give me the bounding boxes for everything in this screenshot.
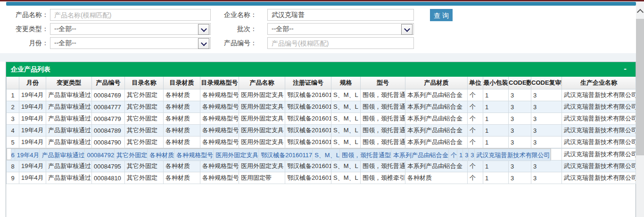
table-cell: 1 xyxy=(483,101,509,113)
column-header: 产品编号 xyxy=(92,77,125,89)
table-cell: 3 xyxy=(509,113,531,125)
table-cell: 00084769 xyxy=(92,89,125,101)
table-cell: 个 xyxy=(468,172,483,184)
table-cell: 鄂汉械备20160117 xyxy=(285,161,331,172)
table-cell: 00084810 xyxy=(92,172,125,184)
table-cell: 1 xyxy=(483,172,509,184)
table-cell: 鄂汉械备20160117 xyxy=(285,137,331,148)
table-cell: 00084777 xyxy=(92,101,125,113)
table-cell: 鄂汉械备20160117 xyxy=(285,125,331,137)
table-cell: 4 xyxy=(7,125,19,137)
table-cell: 6 xyxy=(11,149,15,161)
table-cell: 武汉克瑞普新技术有限公司 xyxy=(474,149,550,161)
table-cell: 围领，颈托普通型 xyxy=(361,125,405,137)
table-cell: 各种材质 xyxy=(164,137,200,148)
table-cell: 9 xyxy=(7,172,19,184)
table-row[interactable]: 219年4月产品新审核通过00084777其它外固定各种材质各种规格型号医用外固… xyxy=(7,101,636,113)
table-cell: 1 xyxy=(483,161,509,172)
search-button[interactable]: 查 询 xyxy=(430,9,453,21)
table-cell: 本系列产品由铝合金 xyxy=(405,161,468,172)
table-cell: 鄂汉械备20160117 xyxy=(285,89,331,101)
table-cell: 19年4月 xyxy=(19,125,46,137)
table-cell: 3 xyxy=(531,89,562,101)
table-cell: 个 xyxy=(468,137,483,148)
table-cell: 围领，颈托普通型 xyxy=(361,89,405,101)
change-type-label: 变更类型： xyxy=(0,23,49,35)
table-cell: 鄂汉械备20160117 xyxy=(285,113,331,125)
chevron-down-icon[interactable] xyxy=(401,24,413,35)
batch-value: --全部-- xyxy=(272,25,294,32)
table-cell: 个 xyxy=(468,101,483,113)
collapse-panel-button[interactable]: - xyxy=(620,62,630,77)
table-row[interactable]: 619年4月产品新审核通过00084792其它外固定各种材质各种规格型号医用外固… xyxy=(7,148,551,160)
table-cell: 医用固定带 xyxy=(239,172,285,184)
table-cell: 鄂汉械备20160117 xyxy=(285,101,331,113)
batch-select[interactable]: --全部-- xyxy=(267,23,414,35)
table-cell: 各种材质 xyxy=(164,161,200,172)
table-cell: 武汉克瑞普新技术有限公司 xyxy=(562,101,636,113)
table-cell: 19年4月 xyxy=(19,113,46,125)
column-header: 产品材质 xyxy=(405,77,468,89)
table-row[interactable]: 819年4月产品新审核通过00084795其它外固定各种材质各种规格型号医用外固… xyxy=(7,161,636,172)
table-cell: S、M、L xyxy=(331,89,361,101)
table-cell: 3 xyxy=(509,89,531,101)
table-cell: 医用外固定支具 xyxy=(239,89,285,101)
table-row[interactable]: 519年4月产品新审核通过00084790其它外固定各种材质各种规格型号医用外固… xyxy=(7,137,636,148)
table-cell: 各种材质 xyxy=(164,172,200,184)
table-cell: S、M、L xyxy=(331,137,361,148)
table-row[interactable]: 319年4月产品新审核通过00084779其它外固定各种材质各种规格型号医用外固… xyxy=(7,113,636,125)
column-header: 目录名称 xyxy=(125,77,164,89)
table-cell: S、M、L xyxy=(331,101,361,113)
table-cell: 各种规格型号 xyxy=(200,172,239,184)
table-cell: 各种材质 xyxy=(164,101,200,113)
table-cell: 各种材质 xyxy=(164,125,200,137)
table-cell: 3 xyxy=(531,125,562,137)
table-cell: 00084790 xyxy=(92,137,125,148)
table-cell: 3 xyxy=(531,161,562,172)
table-cell: 个 xyxy=(468,161,483,172)
table-body: 119年4月产品新审核通过00084769其它外固定各种材质各种规格型号医用外固… xyxy=(7,89,636,184)
change-type-select[interactable]: --全部-- xyxy=(50,23,211,35)
table-cell: S、M、L xyxy=(331,172,361,184)
table-cell: 本系列产品由铝合金 xyxy=(391,149,448,161)
table-cell: 各种规格型号 xyxy=(174,149,214,161)
product-name-input[interactable] xyxy=(50,9,211,21)
table-cell: 5 xyxy=(7,137,19,148)
column-header: 月份 xyxy=(19,77,46,89)
product-code-input[interactable] xyxy=(267,37,414,49)
table-cell: 3 xyxy=(7,113,19,125)
table-cell: 各种规格型号 xyxy=(200,137,239,148)
vertical-scrollbar-thumb[interactable] xyxy=(636,19,644,155)
table-cell: 本系列产品由铝合金 xyxy=(405,113,468,125)
column-header: 单位 xyxy=(468,77,483,89)
company-name-input[interactable] xyxy=(267,9,414,21)
table-cell: 1 xyxy=(483,137,509,148)
table-cell: 围领，颈托普通型 xyxy=(361,113,405,125)
table-cell: 产品新审核通过 xyxy=(46,161,92,172)
table-cell: 个 xyxy=(468,125,483,137)
month-select[interactable]: --全部-- xyxy=(50,37,211,49)
scroll-up-button[interactable] xyxy=(636,6,644,17)
table-cell: 武汉克瑞普新技术有限公司 xyxy=(562,137,636,148)
table-cell: 产品新审核通过 xyxy=(46,101,92,113)
table-cell: 本系列产品由铝合金 xyxy=(405,137,468,148)
batch-label: 批次： xyxy=(203,23,257,35)
table-cell: 19年4月 xyxy=(19,172,46,184)
table-cell: S、M、L xyxy=(313,149,340,161)
column-header: 最小包装 xyxy=(483,77,509,89)
table-row[interactable]: 419年4月产品新审核通过00084789其它外固定各种材质各种规格型号医用外固… xyxy=(7,125,636,137)
table-cell: 19年4月 xyxy=(19,101,46,113)
table-cell: 8 xyxy=(7,161,19,172)
table-cell: 00084789 xyxy=(92,125,125,137)
table-cell: 3 xyxy=(463,149,469,161)
table-row[interactable]: 919年4月产品新审核通过00084810其它外固定各种材质各种规格型号医用固定… xyxy=(7,172,636,184)
table-cell: S、M、L xyxy=(331,113,361,125)
column-header: 产品名称 xyxy=(239,77,285,89)
panel-header: 企业产品列表 - xyxy=(6,62,636,77)
table-cell: 本系列产品由铝合金 xyxy=(405,125,468,137)
panel-title: 企业产品列表 xyxy=(6,62,636,77)
table-cell: 产品新审核通过 xyxy=(40,149,85,161)
table-cell: 产品新审核通过 xyxy=(46,125,92,137)
table-row[interactable]: 119年4月产品新审核通过00084769其它外固定各种材质各种规格型号医用外固… xyxy=(7,89,636,101)
table-cell: 个 xyxy=(468,89,483,101)
